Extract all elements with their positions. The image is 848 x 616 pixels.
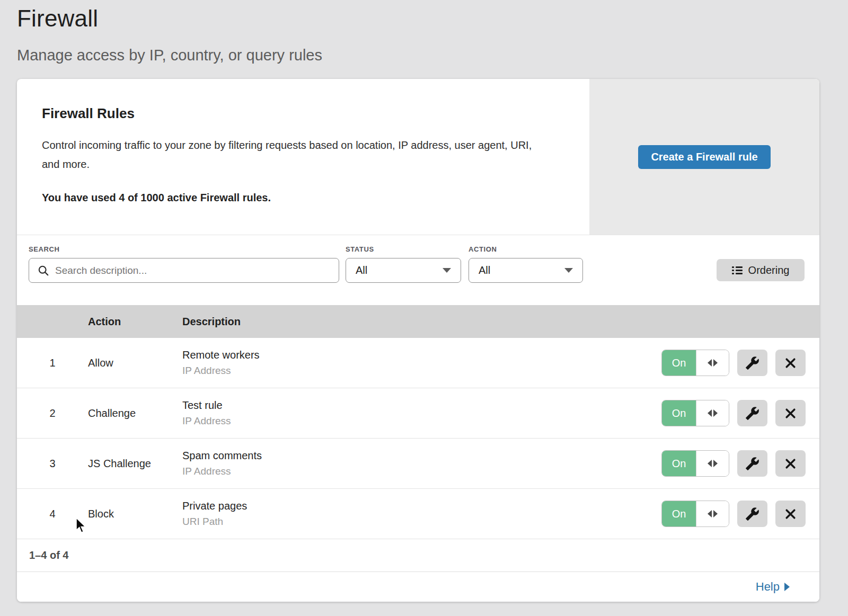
search-icon [38,265,49,276]
toggle-on-label: On [662,501,696,526]
help-link[interactable]: Help [756,580,790,594]
toggle-on-label: On [662,451,696,476]
close-icon [784,458,797,470]
wrench-icon [745,507,759,521]
status-filter-group: STATUS All [346,245,461,283]
rule-action: Challenge [88,407,182,419]
search-input[interactable] [55,265,330,276]
ordering-button-label: Ordering [748,264,790,276]
status-label: STATUS [346,245,461,253]
help-row: Help [17,572,819,602]
rule-enabled-toggle[interactable]: On [661,400,729,426]
delete-rule-button[interactable] [775,450,806,477]
rules-intro-section: Firewall Rules Control incoming traffic … [17,79,819,235]
toggle-arrows-icon [696,400,729,426]
close-icon [784,357,797,369]
rule-priority: 2 [17,407,88,419]
delete-rule-button[interactable] [775,501,806,527]
firewall-rules-card: Firewall Rules Control incoming traffic … [17,79,819,602]
rules-usage-count: You have used 4 of 1000 active Firewall … [42,192,558,204]
edit-rule-button[interactable] [737,350,767,376]
rule-match-type: IP Address [182,365,661,377]
help-link-label: Help [756,580,780,594]
rule-match-type: URI Path [182,516,661,528]
rule-action: Block [88,508,182,520]
rule-description: Test rule [182,399,661,412]
rule-match-type: IP Address [182,415,661,427]
close-icon [784,508,797,520]
rule-priority: 3 [17,458,88,470]
search-filter-group: SEARCH [29,245,339,283]
table-row: 4 Block Private pages URI Path On [17,489,819,539]
delete-rule-button[interactable] [775,400,806,426]
action-selected-value: All [479,264,490,276]
rule-enabled-toggle[interactable]: On [661,450,729,477]
help-arrow-icon [784,583,790,591]
status-selected-value: All [356,264,367,276]
ordering-list-icon [732,266,743,274]
table-header: Action Description [17,305,819,338]
rule-enabled-toggle[interactable]: On [661,350,729,376]
rule-description: Remote workers [182,349,661,361]
filter-bar: SEARCH STATUS All [17,235,819,305]
action-label: ACTION [469,245,583,253]
rule-action: Allow [88,357,182,369]
column-header-action: Action [88,316,182,328]
status-select[interactable]: All [346,258,461,283]
action-filter-group: ACTION All [469,245,583,283]
rule-enabled-toggle[interactable]: On [661,501,729,527]
ordering-button[interactable]: Ordering [717,259,805,281]
rules-heading: Firewall Rules [42,105,558,122]
search-box [29,258,339,283]
delete-rule-button[interactable] [775,350,806,376]
edit-rule-button[interactable] [737,450,767,477]
edit-rule-button[interactable] [737,400,767,426]
rule-description: Private pages [182,500,661,512]
page-subtitle: Manage access by IP, country, or query r… [17,47,819,64]
rule-priority: 1 [17,357,88,369]
rules-description: Control incoming traffic to your zone by… [42,136,551,174]
close-icon [784,407,797,419]
rule-action: JS Challenge [88,458,182,470]
page-title: Firewall [17,5,819,32]
table-footer: 1–4 of 4 [17,539,819,572]
rule-match-type: IP Address [182,466,661,477]
toggle-on-label: On [662,350,696,376]
toggle-arrows-icon [696,451,729,476]
create-firewall-rule-button[interactable]: Create a Firewall rule [638,145,770,169]
search-label: SEARCH [29,245,339,253]
create-rule-panel: Create a Firewall rule [589,79,819,235]
wrench-icon [745,406,759,421]
table-row: 2 Challenge Test rule IP Address On [17,388,819,439]
rules-intro-text: Firewall Rules Control incoming traffic … [17,79,589,235]
firewall-page: Firewall Manage access by IP, country, o… [0,0,848,602]
action-select[interactable]: All [469,258,583,283]
rule-description: Spam comments [182,450,661,462]
wrench-icon [745,457,759,471]
dropdown-caret-icon [564,268,573,273]
rule-priority: 4 [17,508,88,520]
toggle-arrows-icon [696,501,729,526]
toggle-on-label: On [662,400,696,426]
table-row: 3 JS Challenge Spam comments IP Address … [17,439,819,489]
pagination-summary: 1–4 of 4 [29,549,68,561]
wrench-icon [745,356,759,370]
dropdown-caret-icon [443,268,451,273]
table-row: 1 Allow Remote workers IP Address On [17,338,819,388]
toggle-arrows-icon [696,350,729,376]
column-header-description: Description [182,316,819,328]
edit-rule-button[interactable] [737,501,767,527]
